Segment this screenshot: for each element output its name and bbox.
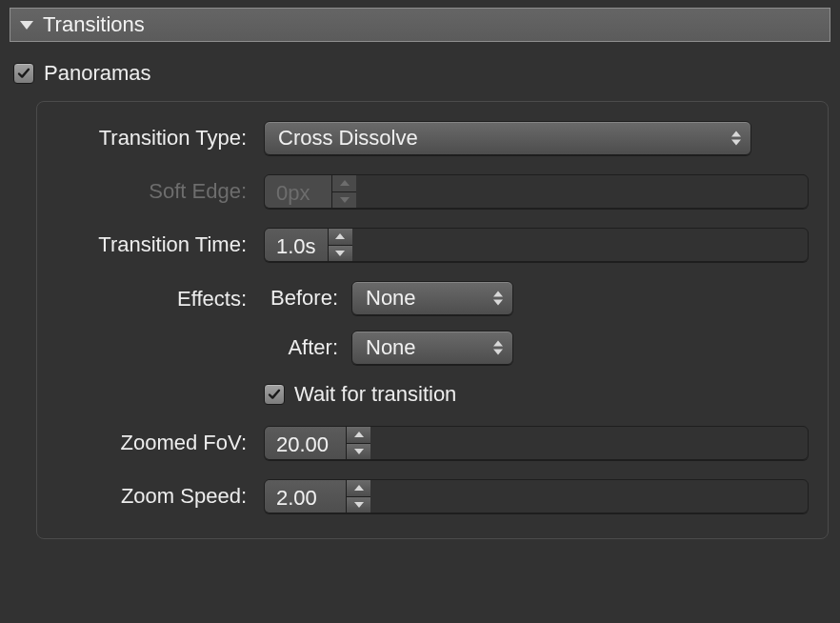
effects-after-value: None bbox=[366, 335, 416, 360]
soft-edge-step-up bbox=[332, 175, 356, 192]
chevron-down-icon bbox=[340, 197, 350, 203]
panoramas-panel: Transition Type: Cross Dissolve Soft Edg… bbox=[36, 101, 829, 539]
chevron-up-icon bbox=[354, 485, 364, 491]
effects-before-select[interactable]: None bbox=[351, 281, 513, 315]
chevron-up-icon bbox=[354, 432, 364, 437]
panoramas-label: Panoramas bbox=[44, 61, 151, 86]
effects-after-select[interactable]: None bbox=[351, 331, 513, 365]
zoom-speed-step-up[interactable] bbox=[347, 480, 370, 497]
wait-for-transition-label: Wait for transition bbox=[294, 382, 456, 407]
transition-type-select[interactable]: Cross Dissolve bbox=[264, 121, 751, 155]
effects-label: Effects: bbox=[56, 281, 247, 312]
zoomed-fov-step-up[interactable] bbox=[347, 427, 370, 444]
soft-edge-stepper: 0px bbox=[264, 174, 809, 209]
zoomed-fov-stepper[interactable]: 20.00 bbox=[264, 426, 809, 460]
transition-time-step-down[interactable] bbox=[329, 246, 352, 262]
panoramas-checkbox[interactable] bbox=[13, 63, 34, 84]
soft-edge-value: 0px bbox=[265, 175, 331, 208]
effects-before-label: Before: bbox=[264, 286, 338, 311]
checkmark-icon bbox=[267, 387, 282, 402]
section-header-transitions[interactable]: Transitions bbox=[10, 8, 830, 42]
zoom-speed-stepper[interactable]: 2.00 bbox=[264, 479, 809, 513]
effects-before-value: None bbox=[366, 286, 416, 311]
chevron-updown-icon bbox=[493, 341, 503, 355]
soft-edge-step-down bbox=[332, 192, 356, 209]
zoomed-fov-label: Zoomed FoV: bbox=[56, 431, 247, 455]
transition-time-stepper[interactable]: 1.0s bbox=[264, 228, 809, 262]
zoom-speed-step-down[interactable] bbox=[347, 497, 370, 513]
transition-type-value: Cross Dissolve bbox=[278, 126, 418, 151]
chevron-down-icon bbox=[335, 251, 345, 256]
transition-time-label: Transition Time: bbox=[56, 232, 247, 257]
chevron-updown-icon bbox=[493, 291, 503, 306]
chevron-up-icon bbox=[335, 233, 345, 239]
soft-edge-label: Soft Edge: bbox=[56, 179, 247, 204]
zoomed-fov-step-down[interactable] bbox=[347, 444, 370, 460]
transition-time-value: 1.0s bbox=[265, 229, 328, 261]
checkmark-icon bbox=[16, 66, 31, 81]
chevron-up-icon bbox=[340, 180, 350, 186]
transition-time-step-up[interactable] bbox=[329, 229, 352, 246]
wait-for-transition-checkbox[interactable] bbox=[264, 384, 285, 405]
effects-after-label: After: bbox=[264, 335, 338, 360]
chevron-down-icon bbox=[354, 449, 364, 454]
zoom-speed-label: Zoom Speed: bbox=[56, 484, 247, 509]
chevron-down-icon bbox=[354, 502, 364, 508]
disclosure-down-icon bbox=[20, 21, 33, 30]
zoom-speed-value: 2.00 bbox=[265, 480, 346, 512]
section-title: Transitions bbox=[43, 12, 145, 37]
chevron-updown-icon bbox=[731, 131, 741, 146]
transition-type-label: Transition Type: bbox=[56, 126, 247, 151]
zoomed-fov-value: 20.00 bbox=[265, 427, 346, 459]
